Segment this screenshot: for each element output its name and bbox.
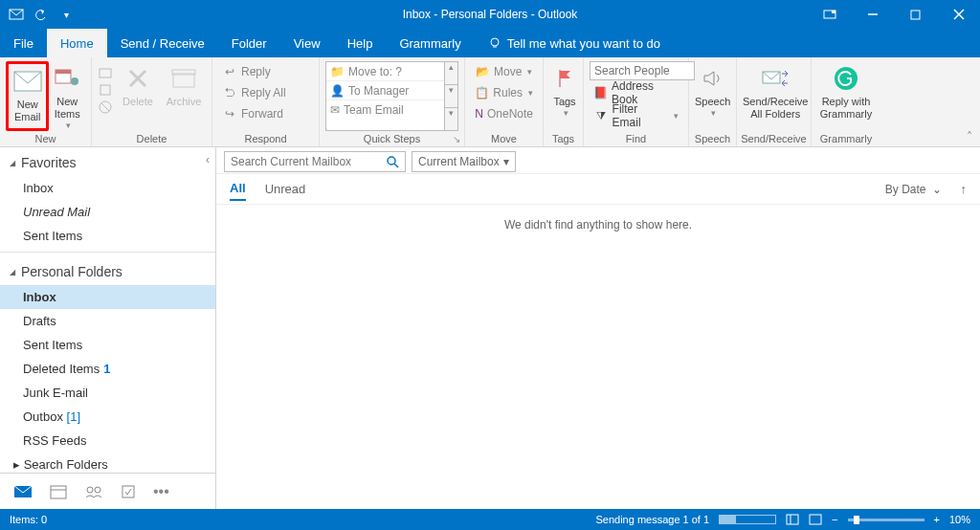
people-view-icon[interactable] <box>84 485 103 498</box>
fav-inbox[interactable]: Inbox <box>0 176 215 200</box>
speech-button[interactable]: Speech <box>695 61 730 131</box>
search-current-mailbox[interactable] <box>224 151 406 172</box>
message-list-pane: Current Mailbox▾ All Unread By Date⌄ ↑ W… <box>216 147 980 509</box>
group-label-tags: Tags <box>544 131 583 146</box>
view-normal-icon[interactable] <box>786 514 799 525</box>
qat-undo-icon[interactable] <box>33 6 50 23</box>
pf-sent[interactable]: Sent Items <box>0 333 215 357</box>
delete-x-icon <box>122 63 153 94</box>
junk-icon[interactable] <box>98 99 113 115</box>
collapse-ribbon-icon[interactable]: ˄ <box>967 130 972 144</box>
qs-scroll-down[interactable]: ▾ <box>445 84 457 107</box>
filter-email-button[interactable]: ⧩Filter Email <box>590 105 682 126</box>
ignore-icon[interactable] <box>98 65 113 80</box>
search-icon[interactable] <box>380 155 405 168</box>
tell-me[interactable]: Tell me what you want to do <box>475 29 674 57</box>
search-input[interactable] <box>225 155 380 168</box>
menu-home[interactable]: Home <box>47 29 107 57</box>
nav-more-icon[interactable]: ••• <box>153 483 169 500</box>
tasks-view-icon[interactable] <box>121 484 136 499</box>
menu-grammarly[interactable]: Grammarly <box>386 29 474 57</box>
zoom-out-icon[interactable]: − <box>832 514 837 525</box>
move-button[interactable]: 📂Move <box>471 61 537 82</box>
quick-steps-gallery[interactable]: 📁Move to: ? 👤To Manager ✉Team Email <box>325 61 445 131</box>
qs-team-email[interactable]: ✉Team Email <box>326 100 444 120</box>
svg-rect-11 <box>56 70 71 74</box>
svg-rect-33 <box>810 515 821 524</box>
archive-button[interactable]: Archive <box>163 61 205 131</box>
sort-by-date[interactable]: By Date⌄ <box>885 183 942 196</box>
pf-outbox[interactable]: Outbox [1] <box>0 405 215 429</box>
personal-folders-header[interactable]: Personal Folders <box>0 256 215 285</box>
view-reading-icon[interactable] <box>809 514 822 525</box>
svg-rect-4 <box>911 11 920 19</box>
qs-scroll-up[interactable]: ▴ <box>445 62 457 84</box>
reply-all-button[interactable]: ⮌Reply All <box>218 82 313 103</box>
menu-help[interactable]: Help <box>334 29 387 57</box>
maximize-button[interactable] <box>894 0 937 29</box>
tags-button[interactable]: Tags <box>549 61 580 131</box>
sort-direction-icon[interactable]: ↑ <box>961 182 968 196</box>
svg-point-29 <box>388 157 395 165</box>
svg-line-16 <box>101 103 109 111</box>
menu-send-receive[interactable]: Send / Receive <box>107 29 218 57</box>
delete-button[interactable]: Delete <box>117 61 159 131</box>
flag-icon <box>549 63 580 94</box>
svg-rect-13 <box>100 69 111 77</box>
svg-rect-14 <box>100 85 110 95</box>
new-email-button[interactable]: New Email <box>6 61 49 131</box>
close-button[interactable] <box>937 0 980 29</box>
pf-deleted[interactable]: Deleted Items1 <box>0 357 215 381</box>
menu-view[interactable]: View <box>280 29 334 57</box>
cleanup-icon[interactable] <box>98 82 113 98</box>
fav-unread[interactable]: Unread Mail <box>0 200 215 224</box>
menu-file[interactable]: File <box>0 29 47 57</box>
fav-sent[interactable]: Sent Items <box>0 224 215 248</box>
reply-icon: ↩ <box>222 64 237 79</box>
rules-button[interactable]: 📋Rules <box>471 82 537 103</box>
dialog-launcher-icon[interactable]: ↘ <box>453 134 460 144</box>
status-sending: Sending message 1 of 1 <box>595 514 709 525</box>
group-label-respond: Respond <box>212 131 319 146</box>
pf-rss[interactable]: RSS Feeds <box>0 429 215 453</box>
svg-rect-31 <box>787 515 798 524</box>
mail-view-icon[interactable] <box>13 485 33 498</box>
funnel-icon: ⧩ <box>593 108 609 123</box>
calendar-view-icon[interactable] <box>50 484 67 499</box>
rules-icon: 📋 <box>475 85 489 100</box>
reply-grammarly-button[interactable]: Reply with Grammarly <box>817 61 875 131</box>
group-label-gr: Grammarly <box>812 131 880 146</box>
menu-bar: File Home Send / Receive Folder View Hel… <box>0 29 980 57</box>
search-scope-dropdown[interactable]: Current Mailbox▾ <box>412 151 516 172</box>
zoom-slider[interactable] <box>848 519 924 521</box>
filter-all[interactable]: All <box>230 177 246 201</box>
onenote-button[interactable]: NOneNote <box>471 103 537 124</box>
new-items-button[interactable]: New Items <box>49 61 85 131</box>
reply-button[interactable]: ↩Reply <box>218 61 313 82</box>
ribbon: New Email New Items New Delete <box>0 57 980 147</box>
menu-folder[interactable]: Folder <box>218 29 280 57</box>
favorites-header[interactable]: Favorites <box>0 147 215 176</box>
group-label-quick: Quick Steps↘ <box>320 131 464 146</box>
group-label-delete: Delete <box>92 131 212 146</box>
minimize-button[interactable] <box>851 0 894 29</box>
pf-junk[interactable]: Junk E-mail <box>0 381 215 405</box>
qat-customize-icon[interactable]: ▾ <box>57 6 75 23</box>
qs-to-manager[interactable]: 👤To Manager <box>326 81 444 100</box>
pf-search-folders[interactable]: ▸ Search Folders <box>0 453 215 473</box>
send-receive-all-button[interactable]: Send/Receive All Folders <box>743 61 809 131</box>
qs-more[interactable]: ▾ <box>445 107 457 130</box>
pf-drafts[interactable]: Drafts <box>0 309 215 333</box>
address-book-button[interactable]: 📕Address Book <box>590 82 682 103</box>
app-icon <box>8 6 25 23</box>
forward-button[interactable]: ↪Forward <box>218 103 313 124</box>
zoom-in-icon[interactable]: + <box>934 514 940 525</box>
ribbon-options-button[interactable] <box>808 0 851 29</box>
minimize-folder-pane-icon[interactable]: ‹ <box>206 153 210 166</box>
pf-inbox[interactable]: Inbox <box>0 285 215 309</box>
qs-move-to[interactable]: 📁Move to: ? <box>326 62 444 81</box>
person-icon: 👤 <box>330 84 345 98</box>
filter-unread[interactable]: Unread <box>265 178 306 200</box>
move-icon: 📂 <box>475 64 490 79</box>
search-people-input[interactable] <box>590 61 695 80</box>
